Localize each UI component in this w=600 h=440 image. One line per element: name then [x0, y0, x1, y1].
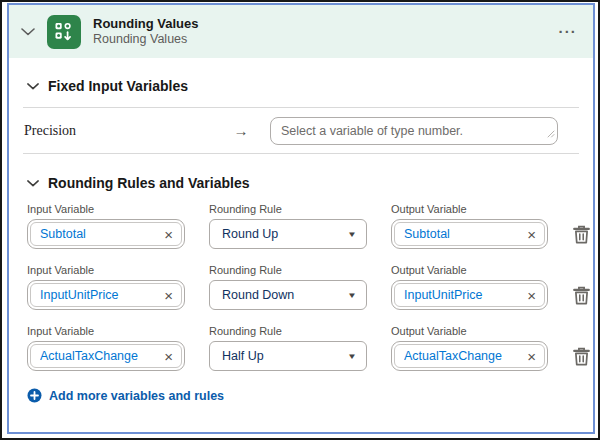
screenshot-frame: Rounding Values Rounding Values ... Fixe…: [0, 0, 600, 440]
rounding-rule-field-group: Rounding Rule Half Up ▼: [209, 325, 367, 371]
section-title: Rounding Rules and Variables: [48, 175, 249, 191]
input-variable-combobox[interactable]: InputUnitPrice ×: [27, 280, 185, 310]
section-chevron-icon: [27, 180, 39, 187]
add-circle-icon: [27, 388, 42, 403]
variable-pill-text: InputUnitPrice: [404, 288, 483, 302]
input-variable-combobox[interactable]: ActualTaxChange ×: [27, 341, 185, 371]
variable-pill: ActualTaxChange ×: [30, 344, 182, 368]
variable-pill: InputUnitPrice ×: [30, 283, 182, 307]
delete-row-cell: [572, 325, 592, 371]
add-more-variables-link[interactable]: Add more variables and rules: [27, 388, 593, 403]
remove-pill-icon[interactable]: ×: [521, 349, 536, 364]
resize-handle-icon[interactable]: [547, 124, 555, 142]
rounding-rules-section-header[interactable]: Rounding Rules and Variables: [9, 175, 593, 191]
variable-pill-text: ActualTaxChange: [404, 349, 502, 363]
dropdown-arrow-icon: ▼: [347, 352, 357, 361]
remove-pill-icon[interactable]: ×: [158, 227, 173, 242]
precision-input[interactable]: Select a variable of type number.: [270, 117, 558, 145]
rounding-rule-select[interactable]: Round Down ▼: [209, 280, 367, 310]
trash-icon: [572, 224, 591, 245]
rounding-rule-field-group: Rounding Rule Round Up ▼: [209, 203, 367, 249]
delete-row-button[interactable]: [572, 285, 591, 306]
remove-pill-icon[interactable]: ×: [158, 288, 173, 303]
output-variable-field-group: Output Variable ActualTaxChange ×: [391, 325, 548, 371]
rounding-rule-field-group: Rounding Rule Round Down ▼: [209, 264, 367, 310]
input-variable-label: Input Variable: [27, 264, 185, 276]
precision-label: Precision: [24, 123, 212, 139]
variable-pill-text: InputUnitPrice: [40, 288, 119, 302]
trash-icon: [572, 285, 591, 306]
input-variable-label: Input Variable: [27, 203, 185, 215]
dropdown-arrow-icon: ▼: [347, 291, 357, 300]
rounding-rule-value: Round Down: [222, 288, 294, 302]
input-variable-label: Input Variable: [27, 325, 185, 337]
precision-placeholder: Select a variable of type number.: [281, 124, 463, 138]
output-variable-combobox[interactable]: InputUnitPrice ×: [391, 280, 548, 310]
variable-pill-text: Subtotal: [404, 227, 450, 241]
variable-pill-text: Subtotal: [40, 227, 86, 241]
rounding-rule-value: Round Up: [222, 227, 278, 241]
panel-header: Rounding Values Rounding Values ...: [9, 5, 593, 58]
delete-row-cell: [572, 203, 592, 249]
rounding-rule-label: Rounding Rule: [209, 325, 367, 337]
collapse-panel-chevron-icon[interactable]: [21, 28, 35, 36]
section-title: Fixed Input Variables: [48, 78, 188, 94]
rounding-values-element-icon: [47, 15, 81, 49]
output-variable-label: Output Variable: [391, 264, 548, 276]
input-variable-combobox[interactable]: Subtotal ×: [27, 219, 185, 249]
rounding-values-panel: Rounding Values Rounding Values ... Fixe…: [7, 3, 595, 434]
add-more-variables-label: Add more variables and rules: [49, 389, 224, 403]
input-variable-field-group: Input Variable InputUnitPrice ×: [27, 264, 185, 310]
output-variable-combobox[interactable]: ActualTaxChange ×: [391, 341, 548, 371]
output-variable-label: Output Variable: [391, 325, 548, 337]
variable-pill: Subtotal ×: [30, 222, 182, 246]
output-variable-combobox[interactable]: Subtotal ×: [391, 219, 548, 249]
panel-subtitle: Rounding Values: [93, 32, 198, 48]
variable-pill-text: ActualTaxChange: [40, 349, 138, 363]
maps-to-arrow-icon: →: [212, 122, 270, 139]
rules-grid: Input Variable Subtotal × Rounding Rule …: [9, 191, 593, 371]
dropdown-arrow-icon: ▼: [347, 230, 357, 239]
rounding-rule-select[interactable]: Round Up ▼: [209, 219, 367, 249]
fixed-input-variables-section-header[interactable]: Fixed Input Variables: [9, 78, 593, 94]
delete-row-button[interactable]: [572, 224, 591, 245]
rounding-rule-label: Rounding Rule: [209, 203, 367, 215]
rounding-rule-value: Half Up: [222, 349, 264, 363]
trash-icon: [572, 346, 591, 367]
remove-pill-icon[interactable]: ×: [158, 349, 173, 364]
panel-title: Rounding Values: [93, 16, 198, 32]
precision-row: Precision → Select a variable of type nu…: [9, 108, 593, 153]
rounding-rule-label: Rounding Rule: [209, 264, 367, 276]
delete-row-button[interactable]: [572, 346, 591, 367]
panel-title-block: Rounding Values Rounding Values: [93, 16, 198, 48]
input-variable-field-group: Input Variable Subtotal ×: [27, 203, 185, 249]
remove-pill-icon[interactable]: ×: [521, 227, 536, 242]
variable-pill: ActualTaxChange ×: [394, 344, 545, 368]
variable-pill: InputUnitPrice ×: [394, 283, 545, 307]
output-variable-label: Output Variable: [391, 203, 548, 215]
remove-pill-icon[interactable]: ×: [521, 288, 536, 303]
delete-row-cell: [572, 264, 592, 310]
input-variable-field-group: Input Variable ActualTaxChange ×: [27, 325, 185, 371]
rounding-rule-select[interactable]: Half Up ▼: [209, 341, 367, 371]
variable-pill: Subtotal ×: [394, 222, 545, 246]
output-variable-field-group: Output Variable Subtotal ×: [391, 203, 548, 249]
section-chevron-icon: [27, 83, 39, 90]
divider: [23, 153, 579, 154]
output-variable-field-group: Output Variable InputUnitPrice ×: [391, 264, 548, 310]
